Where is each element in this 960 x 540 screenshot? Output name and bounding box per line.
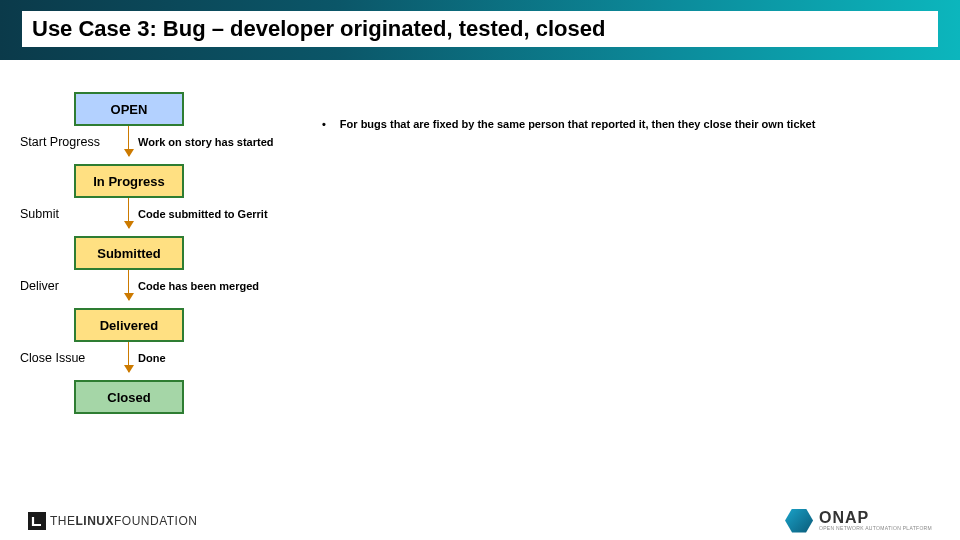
action-deliver: Deliver [20,279,59,293]
state-closed: Closed [74,380,184,414]
page-title: Use Case 3: Bug – developer originated, … [22,11,938,47]
note-text: For bugs that are fixed by the same pers… [340,118,816,130]
arrow [128,126,129,156]
action-start-progress: Start Progress [20,135,100,149]
diagram-area: OPEN Start Progress Work on story has st… [0,70,960,500]
action-submit: Submit [20,207,59,221]
bullet-icon: • [322,118,326,130]
onap-logo: ONAP OPEN NETWORK AUTOMATION PLATFORM [785,509,932,533]
onap-sub-text: OPEN NETWORK AUTOMATION PLATFORM [819,526,932,531]
state-delivered: Delivered [74,308,184,342]
lf-text: THELINUXFOUNDATION [50,514,197,528]
linux-foundation-logo: THELINUXFOUNDATION [28,512,197,530]
action-close-issue: Close Issue [20,351,85,365]
note-bullet: • For bugs that are fixed by the same pe… [322,118,815,130]
desc-submit: Code submitted to Gerrit [138,208,268,220]
lf-badge-icon [28,512,46,530]
state-submitted: Submitted [74,236,184,270]
footer: THELINUXFOUNDATION ONAP OPEN NETWORK AUT… [0,500,960,540]
arrow [128,342,129,372]
state-in-progress: In Progress [74,164,184,198]
desc-close-issue: Done [138,352,166,364]
desc-start-progress: Work on story has started [138,136,274,148]
state-open: OPEN [74,92,184,126]
arrow [128,270,129,300]
title-bar: Use Case 3: Bug – developer originated, … [0,0,960,60]
onap-mark-icon [785,509,813,533]
onap-main-text: ONAP [819,510,932,526]
desc-deliver: Code has been merged [138,280,259,292]
arrow [128,198,129,228]
